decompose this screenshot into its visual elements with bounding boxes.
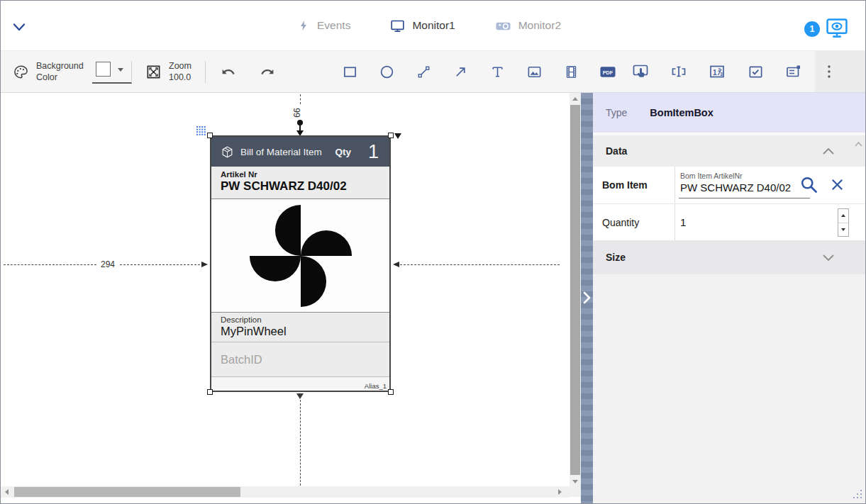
video-tool-button[interactable] <box>562 63 579 80</box>
dimension-line-h <box>4 264 96 265</box>
canvas-vertical-scrollbar[interactable] <box>570 93 581 497</box>
grid-dots-icon <box>196 126 206 135</box>
caret-down-icon[interactable] <box>118 68 123 72</box>
scroll-right-button[interactable] <box>554 486 565 498</box>
snap-grid-handle[interactable] <box>196 125 206 138</box>
numberbox-tool-button[interactable]: 123 <box>709 63 726 80</box>
bom-item-box[interactable]: Bill of Material Item Qty 1 Artikel Nr P… <box>210 135 391 392</box>
preview-monitor-button[interactable] <box>826 18 848 41</box>
history-group <box>219 51 276 92</box>
quantity-row: Quantity 1 <box>593 203 865 240</box>
bom-card-header: Bill of Material Item Qty 1 <box>211 137 389 167</box>
panel-splitter[interactable] <box>581 93 593 504</box>
vertical-scroll-thumb[interactable] <box>570 105 580 475</box>
bom-item-field: Bom Item ArtikelNr PW SCHWARZ D40/02 <box>675 167 865 203</box>
resize-handle-bottom-left[interactable] <box>207 389 213 395</box>
toolbar-overflow-area <box>815 51 865 92</box>
color-swatch-dropdown[interactable] <box>91 59 133 84</box>
canvas-horizontal-scrollbar[interactable] <box>1 486 570 498</box>
panel-scroll-up-button[interactable] <box>855 137 862 150</box>
undo-button[interactable] <box>219 63 236 80</box>
quantity-input[interactable]: 1 <box>680 216 686 228</box>
monitor-icon <box>390 18 405 33</box>
button-tool-button[interactable] <box>632 63 649 80</box>
scroll-up-button[interactable] <box>570 93 581 104</box>
horizontal-scroll-thumb[interactable] <box>14 487 240 497</box>
dimension-line-h <box>400 264 560 265</box>
bom-item-clear-button[interactable] <box>830 177 845 195</box>
redo-button[interactable] <box>259 63 276 80</box>
design-canvas[interactable]: 294 66 Bill of Material Item Qty 1 <box>1 93 581 504</box>
triangle-up-icon <box>841 214 845 217</box>
shape-tools-group: PDF <box>341 51 616 92</box>
top-bar: Events Monitor1 Monitor2 1 <box>1 1 865 50</box>
tab-label: Monitor2 <box>518 19 561 32</box>
ellipse-icon <box>379 64 395 80</box>
collapse-panel-button[interactable] <box>583 291 591 307</box>
size-section-header[interactable]: Size <box>593 240 865 274</box>
view-tabs: Events Monitor1 Monitor2 <box>297 1 561 50</box>
chevron-right-icon <box>583 291 591 304</box>
pdf-tool-button[interactable]: PDF <box>599 63 616 80</box>
textbox-tool-button[interactable] <box>670 63 687 80</box>
description-section: Description MyPinWheel <box>211 313 389 342</box>
pinwheel-image <box>248 203 354 309</box>
toolbar-divider <box>131 61 132 83</box>
data-section-header[interactable]: Data <box>593 135 865 167</box>
checkbox-tool-button[interactable] <box>747 63 764 80</box>
color-swatch[interactable] <box>96 62 111 77</box>
description-label: Description <box>221 315 380 324</box>
bom-item-row: Bom Item Bom Item ArtikelNr PW SCHWARZ D… <box>593 167 865 203</box>
zoom-fit-button[interactable] <box>145 63 162 80</box>
tab-label: Events <box>317 19 350 32</box>
rotate-handle-icon[interactable] <box>394 133 401 139</box>
arrow-tool-button[interactable] <box>452 63 469 80</box>
qty-label: Qty <box>335 147 351 157</box>
spinner-up-button[interactable] <box>838 209 848 223</box>
zoom-value: 100.0 <box>169 72 191 83</box>
bom-item-input[interactable]: PW SCHWARZ D40/02 <box>680 181 791 194</box>
resize-handle-bottom-right[interactable] <box>388 389 394 395</box>
checkbox-icon <box>748 64 764 80</box>
bom-item-field-label: Bom Item ArtikelNr <box>680 172 743 180</box>
description-value: MyPinWheel <box>221 325 380 338</box>
redo-icon <box>260 65 275 79</box>
tab-monitor1[interactable]: Monitor1 <box>390 18 455 33</box>
resize-grip-icon <box>853 489 863 500</box>
more-vertical-icon <box>822 64 836 79</box>
svg-text:PDF: PDF <box>603 70 614 76</box>
design-toolbar: Background Color Zoom 100.0 <box>1 50 865 93</box>
designer-window: Events Monitor1 Monitor2 1 Background Co… <box>0 0 866 504</box>
item-image-section <box>211 199 389 313</box>
line-tool-button[interactable] <box>415 63 432 80</box>
scroll-left-button[interactable] <box>1 486 12 498</box>
ellipse-tool-button[interactable] <box>378 63 395 80</box>
tab-monitor2[interactable]: Monitor2 <box>495 18 561 33</box>
more-options-button[interactable] <box>821 63 838 80</box>
type-value: BomItemBox <box>650 107 713 118</box>
rectangle-tool-button[interactable] <box>341 63 358 80</box>
text-tool-button[interactable] <box>489 63 506 80</box>
collapse-menu-button[interactable] <box>13 22 26 35</box>
bom-item-search-button[interactable] <box>799 175 818 197</box>
batchid-field: BatchID <box>211 342 389 377</box>
qty-value: 1 <box>368 141 379 163</box>
properties-panel: Type BomItemBox Data Bom Item Bom Item A… <box>593 93 865 504</box>
resize-handle-top-right[interactable] <box>388 133 394 138</box>
dimension-arrow-right <box>201 262 208 267</box>
scroll-down-button[interactable] <box>570 476 581 487</box>
spinner-down-button[interactable] <box>838 223 848 237</box>
tab-events[interactable]: Events <box>297 18 350 33</box>
window-resize-grip[interactable] <box>853 489 863 503</box>
background-color-button[interactable] <box>12 63 29 80</box>
combobox-tool-button[interactable] <box>785 63 802 80</box>
resize-handle-top-left[interactable] <box>207 133 213 138</box>
type-label: Type <box>606 107 627 118</box>
image-tool-button[interactable] <box>526 63 543 80</box>
dimension-label-h: 294 <box>96 259 119 269</box>
svg-text:3: 3 <box>720 72 723 77</box>
monitor-eye-icon <box>826 18 848 38</box>
triangle-left-icon <box>5 489 9 495</box>
chevron-up-icon <box>855 142 862 147</box>
triangle-up-icon <box>572 97 578 101</box>
